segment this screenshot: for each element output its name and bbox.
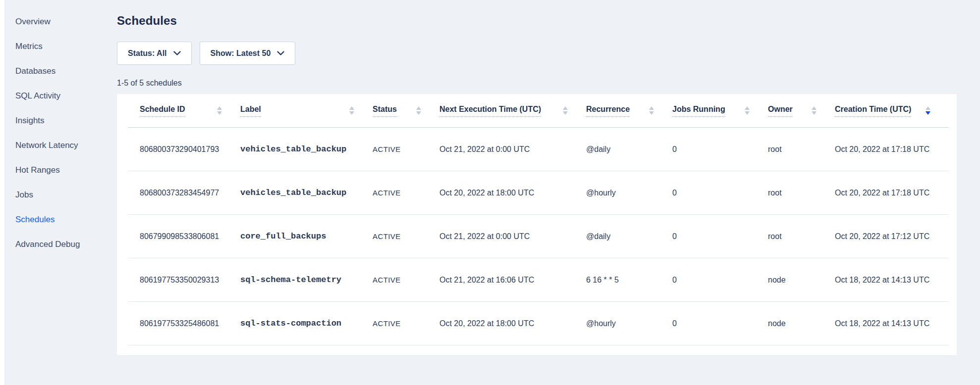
sort-down-arrow-icon — [217, 111, 222, 115]
next-execution-cell: Oct 21, 2022 at 0:00 UTC — [439, 145, 586, 154]
sidebar-item-label: Insights — [15, 116, 45, 125]
sidebar-item-sql-activity[interactable]: SQL Activity — [15, 84, 114, 108]
label-cell: vehicles_table_backup — [240, 144, 373, 154]
column-header-schedule-id[interactable]: Schedule ID — [140, 105, 240, 117]
column-header-label: Recurrence — [586, 105, 630, 117]
jobs-running-cell: 0 — [672, 189, 768, 197]
sidebar-item-label: Databases — [15, 66, 55, 76]
sidebar-item-label: Overview — [15, 17, 51, 26]
sidebar-item-label: Network Latency — [15, 141, 78, 150]
owner-cell: node — [768, 319, 835, 328]
status-filter-label: Status: All — [128, 49, 167, 58]
status-cell: ACTIVE — [373, 276, 439, 284]
status-cell: ACTIVE — [373, 319, 439, 328]
creation-time-cell: Oct 18, 2022 at 14:13 UTC — [835, 276, 949, 285]
sidebar-item-network-latency[interactable]: Network Latency — [15, 133, 114, 158]
sort-icon — [217, 106, 222, 115]
sidebar-item-label: Metrics — [15, 42, 43, 51]
column-header-recurrence[interactable]: Recurrence — [586, 105, 672, 117]
owner-cell: root — [768, 145, 835, 154]
jobs-running-cell: 0 — [672, 319, 768, 328]
table-row[interactable]: 806800373283454977 vehicles_table_backup… — [128, 171, 949, 215]
column-header-label: Schedule ID — [140, 105, 185, 117]
sidebar-nav: Overview Metrics Databases SQL Activity … — [15, 9, 114, 257]
column-header-label: Status — [373, 105, 397, 117]
sort-down-arrow-icon — [563, 111, 568, 115]
sort-icon — [745, 106, 750, 115]
owner-cell: root — [768, 189, 835, 197]
schedule-id-cell: 806800373283454977 — [140, 189, 240, 197]
sort-icon — [349, 106, 354, 115]
column-header-status[interactable]: Status — [373, 105, 439, 117]
sort-down-arrow-icon — [745, 111, 750, 115]
sidebar-item-advanced-debug[interactable]: Advanced Debug — [15, 232, 114, 257]
sidebar-item-label: Advanced Debug — [15, 240, 80, 249]
sidebar-item-overview[interactable]: Overview — [15, 9, 114, 34]
column-header-label[interactable]: Label — [240, 105, 373, 117]
label-cell: vehicles_table_backup — [240, 188, 373, 197]
show-filter-label: Show: Latest 50 — [211, 49, 271, 58]
creation-time-cell: Oct 18, 2022 at 14:13 UTC — [835, 319, 949, 328]
recurrence-cell: @daily — [586, 232, 672, 241]
sidebar-item-hot-ranges[interactable]: Hot Ranges — [15, 158, 114, 183]
column-header-label: Creation Time (UTC) — [835, 105, 911, 117]
show-filter-dropdown[interactable]: Show: Latest 50 — [200, 42, 296, 65]
sidebar-item-databases[interactable]: Databases — [15, 59, 114, 84]
filter-bar: Status: All Show: Latest 50 — [117, 42, 957, 65]
sidebar-item-label: SQL Activity — [15, 91, 60, 100]
recurrence-cell: 6 16 * * 5 — [586, 276, 672, 285]
schedules-table: Schedule ID Label Status Next Execution … — [128, 94, 949, 345]
recurrence-cell: @hourly — [586, 319, 672, 328]
sort-icon — [563, 106, 568, 115]
sort-up-arrow-icon — [745, 106, 750, 110]
sidebar-item-jobs[interactable]: Jobs — [15, 183, 114, 207]
label-cell: sql-stats-compaction — [240, 319, 373, 328]
sort-down-arrow-icon — [926, 111, 930, 115]
sort-down-arrow-icon — [349, 111, 354, 115]
column-header-label: Jobs Running — [672, 105, 725, 117]
sort-down-arrow-icon — [416, 111, 421, 115]
status-cell: ACTIVE — [373, 145, 439, 153]
sort-down-arrow-icon — [649, 111, 654, 115]
table-row[interactable]: 806197753325486081 sql-stats-compaction … — [128, 302, 949, 345]
left-edge-strip — [0, 0, 5, 385]
owner-cell: root — [768, 232, 835, 241]
creation-time-cell: Oct 20, 2022 at 17:18 UTC — [835, 189, 949, 197]
recurrence-cell: @daily — [586, 145, 672, 154]
sidebar-item-label: Schedules — [15, 215, 54, 224]
sort-icon — [649, 106, 654, 115]
status-cell: ACTIVE — [373, 232, 439, 241]
next-execution-cell: Oct 20, 2022 at 18:00 UTC — [439, 319, 586, 328]
sidebar-item-schedules[interactable]: Schedules — [15, 207, 114, 232]
sort-up-arrow-icon — [563, 106, 568, 110]
jobs-running-cell: 0 — [672, 276, 768, 285]
status-filter-dropdown[interactable]: Status: All — [117, 42, 192, 65]
main-content: Schedules Status: All Show: Latest 50 1-… — [117, 0, 957, 355]
recurrence-cell: @hourly — [586, 189, 672, 197]
table-row[interactable]: 806799098533806081 core_full_backups ACT… — [128, 215, 949, 258]
column-header-owner[interactable]: Owner — [768, 105, 835, 117]
next-execution-cell: Oct 21, 2022 at 0:00 UTC — [439, 232, 586, 241]
column-header-creation-time-utc[interactable]: Creation Time (UTC) — [835, 105, 949, 117]
schedule-id-cell: 806800373290401793 — [140, 145, 240, 154]
page-title: Schedules — [117, 13, 957, 28]
next-execution-cell: Oct 20, 2022 at 18:00 UTC — [439, 189, 586, 197]
label-cell: sql-schema-telemetry — [240, 275, 373, 285]
jobs-running-cell: 0 — [672, 145, 768, 154]
sort-icon — [812, 106, 817, 115]
schedule-id-cell: 806197753350029313 — [140, 276, 240, 285]
schedule-id-cell: 806799098533806081 — [140, 232, 240, 241]
creation-time-cell: Oct 20, 2022 at 17:18 UTC — [835, 145, 949, 154]
column-header-next-execution-time-utc[interactable]: Next Execution Time (UTC) — [439, 105, 586, 117]
sidebar-item-insights[interactable]: Insights — [15, 108, 114, 133]
table-row[interactable]: 806800373290401793 vehicles_table_backup… — [128, 128, 949, 171]
column-header-label: Label — [240, 105, 261, 117]
column-header-jobs-running[interactable]: Jobs Running — [672, 105, 768, 117]
sort-icon — [926, 106, 930, 115]
sort-up-arrow-icon — [812, 106, 817, 110]
sidebar-item-metrics[interactable]: Metrics — [15, 34, 114, 59]
sort-up-arrow-icon — [217, 106, 222, 110]
table-row[interactable]: 806197753350029313 sql-schema-telemetry … — [128, 258, 949, 302]
sort-up-arrow-icon — [416, 106, 421, 110]
owner-cell: node — [768, 276, 835, 285]
